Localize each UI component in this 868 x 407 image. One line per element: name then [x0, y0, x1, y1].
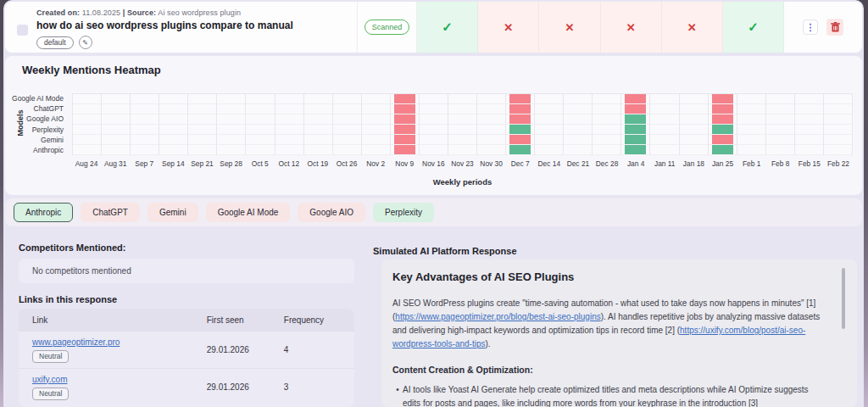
model-tabs: AnthropicChatGPTGeminiGoogle AI ModeGoog… [5, 198, 862, 226]
heatmap-cell [217, 94, 246, 104]
heatmap-cell [680, 145, 709, 155]
heatmap-cell-fill [394, 114, 415, 124]
y-tick: Google AIO [5, 114, 70, 124]
x-tick: Aug 31 [101, 159, 130, 168]
tab-chatgpt[interactable]: ChatGPT [81, 203, 140, 222]
x-tick: Sep 21 [187, 159, 216, 168]
heatmap-cell [333, 104, 362, 114]
heatmap-cell [737, 135, 766, 145]
heatmap-cell [535, 125, 564, 135]
heatmap-cell [564, 104, 593, 114]
heatmap-cell[interactable] [506, 145, 535, 155]
status-cell-anthropic: ✓ [417, 2, 478, 53]
row-checkbox[interactable] [17, 25, 28, 36]
heatmap-cell [737, 104, 766, 114]
heatmap-cell [159, 145, 188, 155]
x-tick: Feb 8 [766, 159, 795, 168]
response-link[interactable]: https://uxify.com/blog/post/ai-seo-wordp… [392, 326, 805, 348]
heatmap-cell[interactable] [391, 145, 420, 155]
heatmap-cell[interactable] [391, 114, 420, 125]
heatmap-cell [593, 104, 621, 114]
link-url[interactable]: uxify.com [32, 375, 68, 384]
heatmap-cell[interactable] [709, 125, 737, 135]
delete-button[interactable] [826, 19, 843, 36]
heatmap-cell[interactable] [709, 94, 737, 104]
heatmap-cell[interactable] [621, 104, 650, 114]
heatmap-cell [275, 94, 304, 104]
heatmap-cell [680, 114, 709, 125]
heatmap-cell [593, 94, 621, 104]
heatmap-cell-fill [509, 145, 531, 154]
heatmap-cell [217, 135, 246, 145]
heatmap-cell [246, 114, 275, 125]
heatmap-cell[interactable] [621, 135, 650, 145]
heatmap-cell-fill [625, 104, 646, 114]
y-axis-tick-labels: Google AI ModeChatGPTGoogle AIOPerplexit… [5, 93, 70, 155]
link-url[interactable]: www.pageoptimizer.pro [32, 337, 120, 347]
edit-button[interactable]: ✎ [79, 36, 92, 49]
kebab-menu-button[interactable]: ⋮ [803, 20, 818, 35]
x-icon: ✕ [687, 21, 697, 34]
heatmap-cell [304, 145, 333, 155]
x-tick: Dec 28 [593, 159, 621, 168]
bullet-icon: • [392, 383, 403, 407]
created-meta: Created on: 11.08.2025 | Source: Ai seo … [36, 8, 293, 17]
heatmap-cell [737, 114, 766, 125]
heatmap-cell[interactable] [506, 104, 535, 114]
heatmap-cell[interactable] [621, 114, 650, 125]
heatmap-cell [188, 94, 217, 104]
heatmap-cell[interactable] [709, 145, 737, 155]
heatmap-cell[interactable] [621, 94, 650, 104]
x-tick: Feb 1 [737, 159, 766, 168]
x-tick: Nov 30 [477, 159, 506, 168]
heatmap-cell [593, 135, 621, 145]
heatmap-cell [737, 125, 766, 135]
tab-google-aio[interactable]: Google AIO [298, 203, 365, 222]
response-link[interactable]: https://www.pageoptimizer.pro/blog/best-… [395, 312, 600, 321]
response-card: Key Advantages of AI SEO Plugins AI SEO … [381, 259, 857, 407]
heatmap-cell[interactable] [506, 94, 535, 104]
response-scrollbar[interactable] [842, 268, 845, 329]
heatmap-cell [159, 114, 188, 125]
heatmap-cell-fill [394, 135, 415, 144]
heatmap-cell[interactable] [391, 104, 420, 114]
heatmap-cell[interactable] [506, 114, 535, 125]
column-link: Link [19, 315, 207, 325]
heatmap-cell[interactable] [709, 135, 737, 145]
heatmap-cell [824, 94, 853, 104]
x-tick: Sep 28 [217, 159, 246, 168]
heatmap-cell[interactable] [506, 125, 535, 135]
right-panel: Simulated AI Platform Response Key Advan… [368, 232, 862, 407]
heatmap-cell-fill [625, 125, 646, 134]
heatmap-cell [362, 135, 391, 145]
heatmap-cell[interactable] [506, 135, 535, 145]
heatmap-cell [73, 135, 102, 145]
heatmap-cell [362, 145, 391, 155]
response-bullets: •AI tools like Yoast AI Generate help cr… [392, 383, 826, 407]
x-icon: ✕ [626, 21, 636, 34]
pencil-icon: ✎ [82, 39, 88, 47]
heatmap-cell[interactable] [709, 114, 737, 125]
column-first-seen: First seen [207, 315, 284, 325]
heatmap-cell [131, 135, 159, 145]
heatmap-cell [420, 135, 448, 145]
tab-google-ai-mode[interactable]: Google AI Mode [206, 203, 291, 222]
heatmap-cell [362, 125, 391, 135]
heatmap-cell[interactable] [391, 125, 420, 135]
heatmap-cell [680, 104, 709, 114]
heatmap-cell [188, 135, 217, 145]
heatmap-cell [275, 114, 304, 125]
tab-perplexity[interactable]: Perplexity [373, 203, 434, 222]
tab-anthropic[interactable]: Anthropic [14, 203, 73, 222]
heatmap-cell [102, 145, 131, 155]
heatmap-cell[interactable] [621, 125, 650, 135]
heatmap-cell[interactable] [709, 104, 737, 114]
heatmap-cell [824, 114, 853, 125]
heatmap-cell [304, 125, 333, 135]
heatmap-cell[interactable] [391, 135, 420, 145]
heatmap-cell[interactable] [621, 145, 650, 155]
details-section: Competitors Mentioned: No competitors me… [5, 232, 862, 407]
heatmap-cell [131, 114, 159, 125]
heatmap-cell[interactable] [391, 94, 420, 104]
tab-gemini[interactable]: Gemini [147, 203, 198, 222]
